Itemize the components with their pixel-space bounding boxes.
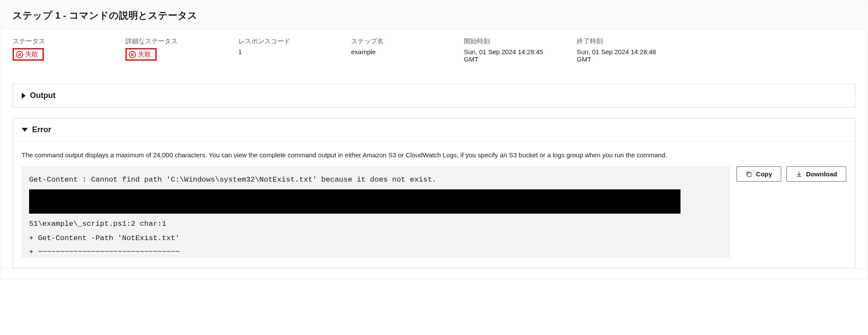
status-label: ステータス	[13, 37, 108, 46]
step-name-label: ステップ名	[351, 37, 447, 46]
status-row: ステータス 失敗 詳細なステータス 失敗 レスポンスコード 1 ステップ名 ex…	[2, 29, 866, 73]
response-code-label: レスポンスコード	[238, 37, 334, 46]
redacted-block	[29, 189, 681, 214]
error-actions: Copy Download	[736, 166, 846, 182]
detailed-status-badge: 失敗	[125, 48, 157, 61]
error-output-box[interactable]: Get-Content : Cannot find path 'C:\Windo…	[22, 166, 730, 257]
download-label: Download	[806, 170, 837, 178]
panel-header: ステップ 1 - コマンドの説明とステータス	[2, 2, 866, 29]
error-circle-icon	[128, 51, 136, 59]
error-section: Error The command output displays a maxi…	[13, 118, 855, 268]
end-time-label: 終了時刻	[577, 37, 672, 46]
copy-label: Copy	[756, 170, 773, 178]
page-title: ステップ 1 - コマンドの説明とステータス	[13, 9, 855, 22]
error-help-text: The command output displays a maximum of…	[22, 150, 846, 159]
output-section: Output	[13, 84, 855, 107]
code-line: + ~~~~~~~~~~~~~~~~~~~~~~~~~~~~~~~~	[29, 245, 722, 257]
step-name-value: example	[351, 48, 447, 55]
detailed-status-label: 詳細なステータス	[125, 37, 221, 46]
start-time-value: Sun, 01 Sep 2024 14:28:45 GMT	[464, 48, 559, 63]
status-badge: 失敗	[13, 48, 44, 61]
status-col-start: 開始時刻 Sun, 01 Sep 2024 14:28:45 GMT	[464, 37, 577, 63]
code-line: + Get-Content -Path 'NotExist.txt'	[29, 231, 722, 245]
status-col-step: ステップ名 example	[351, 37, 464, 63]
output-title: Output	[30, 91, 56, 100]
caret-right-icon	[22, 93, 26, 99]
code-line: Get-Content : Cannot find path 'C:\Windo…	[29, 173, 722, 187]
download-icon	[796, 171, 802, 178]
error-title: Error	[32, 125, 51, 134]
status-col-detailed: 詳細なステータス 失敗	[125, 37, 238, 63]
end-time-value: Sun, 01 Sep 2024 14:28:48 GMT	[577, 48, 672, 63]
code-line: 51\example\_script.ps1:2 char:1	[29, 217, 722, 231]
error-body: The command output displays a maximum of…	[13, 141, 855, 268]
step-panel: ステップ 1 - コマンドの説明とステータス ステータス 失敗 詳細なステータス…	[2, 2, 866, 269]
status-col-status: ステータス 失敗	[13, 37, 125, 63]
output-toggle[interactable]: Output	[13, 84, 855, 107]
start-time-label: 開始時刻	[464, 37, 559, 46]
svg-rect-2	[747, 172, 751, 176]
copy-button[interactable]: Copy	[736, 166, 782, 182]
error-circle-icon	[16, 51, 23, 59]
detailed-status-value: 失敗	[138, 50, 151, 59]
copy-icon	[746, 171, 753, 178]
status-value: 失敗	[25, 50, 38, 59]
status-col-end: 終了時刻 Sun, 01 Sep 2024 14:28:48 GMT	[577, 37, 690, 63]
caret-down-icon	[22, 128, 28, 132]
response-code-value: 1	[238, 48, 334, 55]
error-toggle[interactable]: Error	[13, 118, 855, 141]
download-button[interactable]: Download	[786, 166, 846, 182]
status-col-response: レスポンスコード 1	[238, 37, 351, 63]
